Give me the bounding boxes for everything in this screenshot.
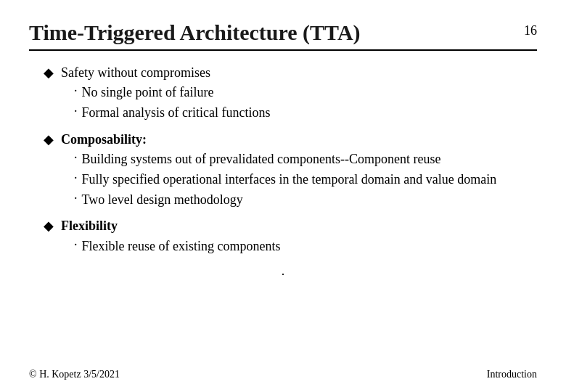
sub-bullet-icon-4: ·: [74, 171, 78, 186]
sub-bullet-icon-5: ·: [74, 191, 78, 206]
slide-header: Time-Triggered Architecture (TTA) 16: [29, 20, 537, 51]
sub-item-fully: · Fully specified operational interfaces…: [74, 171, 496, 189]
sub-text-fully: Fully specified operational interfaces i…: [82, 171, 497, 189]
sub-text-two: Two level design methodology: [82, 191, 243, 209]
footer-right: Introduction: [487, 369, 537, 380]
slide-title: Time-Triggered Architecture (TTA): [29, 20, 361, 45]
bullet-composability: ◆ Composability: · Building systems out …: [44, 131, 537, 212]
sub-item-formal: · Formal analysis of critical functions: [74, 104, 270, 122]
sub-item-failure: · No single point of failure: [74, 83, 270, 102]
diamond-icon-composability: ◆: [44, 131, 54, 147]
sub-text-formal: Formal analysis of critical functions: [82, 104, 271, 122]
slide-footer: © H. Kopetz 3/5/2021 Introduction: [29, 369, 537, 380]
composability-label: Composability:: [61, 132, 147, 147]
sub-item-two: · Two level design methodology: [74, 191, 496, 209]
slide-number: 16: [524, 23, 537, 38]
flexibility-sublist: · Flexible reuse of existing components: [74, 237, 280, 256]
sub-text-building: Building systems out of prevalidated com…: [82, 150, 441, 168]
bullet-flexibility: ◆ Flexibility · Flexible reuse of existi…: [44, 217, 537, 257]
flexibility-text: Flexibility · Flexible reuse of existing…: [61, 217, 280, 257]
sub-bullet-icon: ·: [74, 83, 78, 99]
sub-bullet-icon-6: ·: [74, 237, 78, 253]
composability-text: Composability: · Building systems out of…: [61, 131, 496, 212]
sub-text-flexible: Flexible reuse of existing components: [82, 237, 281, 256]
flexibility-label: Flexibility: [61, 219, 118, 233]
diamond-icon-flexibility: ◆: [44, 218, 54, 234]
dot-separator: .: [29, 264, 537, 279]
diamond-icon-safety: ◆: [44, 65, 54, 81]
sub-text-failure: No single point of failure: [82, 83, 214, 102]
footer-left: © H. Kopetz 3/5/2021: [29, 369, 120, 380]
composability-sublist: · Building systems out of prevalidated c…: [74, 150, 496, 210]
safety-label: Safety without compromises: [61, 65, 210, 80]
bullet-safety: ◆ Safety without compromises · No single…: [44, 64, 537, 125]
safety-sublist: · No single point of failure · Formal an…: [74, 83, 270, 122]
slide: Time-Triggered Architecture (TTA) 16 ◆ S…: [0, 0, 566, 392]
sub-item-flexible: · Flexible reuse of existing components: [74, 237, 280, 256]
slide-content: ◆ Safety without compromises · No single…: [29, 64, 537, 258]
sub-item-building: · Building systems out of prevalidated c…: [74, 150, 496, 168]
safety-text: Safety without compromises · No single p…: [61, 64, 270, 125]
sub-bullet-icon-3: ·: [74, 150, 78, 166]
sub-bullet-icon-2: ·: [74, 104, 78, 119]
